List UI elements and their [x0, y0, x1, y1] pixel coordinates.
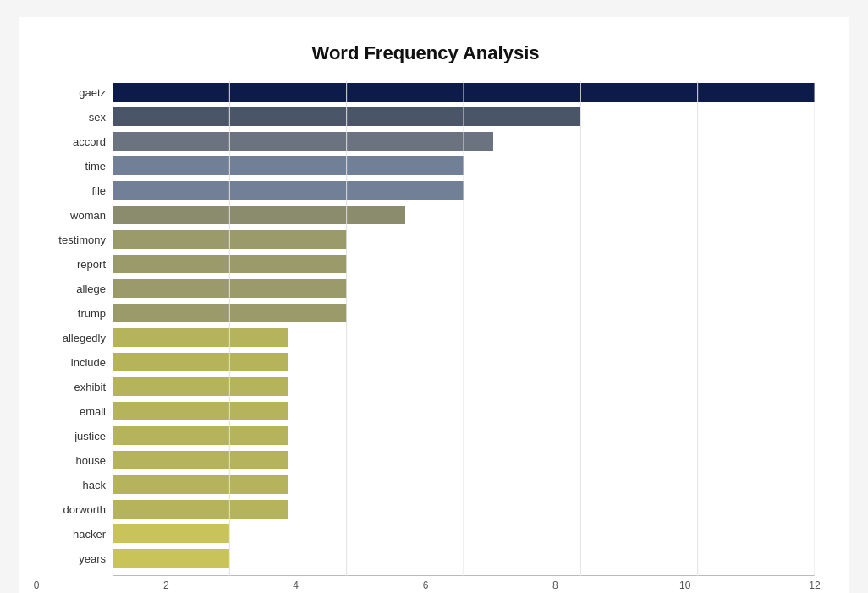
bar-row: report	[36, 253, 815, 275]
bar-label: years	[36, 552, 113, 565]
bar-fill	[113, 451, 288, 469]
bar-track	[113, 402, 815, 420]
bar-track	[113, 83, 815, 102]
x-ticks: 024681012	[36, 579, 815, 593]
bar-row: house	[36, 449, 815, 471]
bar-fill	[113, 549, 229, 568]
bar-track	[113, 549, 815, 568]
x-tick: 12	[809, 579, 820, 591]
bar-track	[113, 353, 815, 371]
bar-row: include	[36, 351, 815, 373]
bar-label: dorworth	[36, 503, 113, 516]
bar-fill	[113, 475, 288, 494]
bar-fill	[113, 377, 288, 396]
bar-label: sex	[36, 111, 113, 124]
bar-fill	[113, 353, 288, 371]
bar-label: trump	[36, 307, 113, 320]
chart-title: Word Frequency Analysis	[36, 42, 815, 64]
bar-track	[113, 426, 815, 445]
bar-label: hacker	[36, 528, 113, 541]
bar-row: allege	[36, 277, 815, 299]
x-tick: 4	[293, 579, 299, 591]
bar-row: sex	[36, 106, 815, 128]
x-tick: 8	[552, 579, 558, 591]
bar-row: exhibit	[36, 376, 815, 398]
bar-fill	[113, 328, 288, 347]
bar-fill	[113, 500, 288, 519]
bar-fill	[113, 132, 493, 151]
bar-track	[113, 206, 815, 224]
bar-row: accord	[36, 130, 815, 152]
bar-track	[113, 475, 815, 494]
bar-row: justice	[36, 425, 815, 447]
bar-label: report	[36, 258, 113, 271]
chart-area: gaetzsexaccordtimefilewomantestimonyrepo…	[36, 81, 815, 576]
bar-row: trump	[36, 302, 815, 324]
bar-label: file	[36, 184, 113, 197]
bar-track	[113, 230, 815, 249]
bar-fill	[113, 230, 347, 249]
bar-row: dorworth	[36, 498, 815, 520]
bar-fill	[113, 402, 288, 420]
bar-row: gaetz	[36, 81, 815, 103]
bar-fill	[113, 426, 288, 445]
bar-fill	[113, 304, 347, 322]
bar-label: email	[36, 405, 113, 418]
bar-label: house	[36, 454, 113, 467]
bar-label: justice	[36, 430, 113, 442]
bar-row: woman	[36, 204, 815, 226]
bar-fill	[113, 524, 229, 543]
bar-label: time	[36, 160, 113, 173]
bar-track	[113, 255, 815, 273]
bar-label: allegedly	[36, 332, 113, 344]
bar-fill	[113, 107, 580, 126]
bar-fill	[113, 156, 464, 175]
bar-fill	[113, 83, 815, 102]
bar-track	[113, 524, 815, 543]
bar-row: allegedly	[36, 327, 815, 349]
bar-track	[113, 181, 815, 200]
bar-row: hack	[36, 474, 815, 496]
bar-label: include	[36, 356, 113, 369]
bar-label: exhibit	[36, 381, 113, 393]
bar-track	[113, 304, 815, 322]
bar-fill	[113, 279, 347, 298]
bar-track	[113, 132, 815, 151]
bar-row: time	[36, 155, 815, 177]
x-tick: 10	[679, 579, 690, 591]
x-tick: 6	[423, 579, 429, 591]
bar-track	[113, 279, 815, 298]
x-tick: 0	[34, 579, 40, 591]
bar-label: allege	[36, 283, 113, 295]
bar-fill	[113, 255, 347, 273]
bar-label: accord	[36, 135, 113, 148]
bar-track	[113, 377, 815, 396]
x-tick: 2	[163, 579, 169, 591]
bar-row: email	[36, 400, 815, 422]
bar-track	[113, 107, 815, 126]
bar-label: testimony	[36, 233, 113, 246]
bar-fill	[113, 206, 405, 224]
bar-track	[113, 156, 815, 175]
bar-row: file	[36, 179, 815, 201]
bar-row: testimony	[36, 228, 815, 250]
bar-row: hacker	[36, 523, 815, 545]
bar-label: woman	[36, 209, 113, 222]
chart-container: Word Frequency Analysis gaetzsexaccordti…	[19, 17, 849, 593]
bar-fill	[113, 181, 464, 200]
bar-label: hack	[36, 479, 113, 491]
bar-track	[113, 500, 815, 519]
bar-label: gaetz	[36, 86, 113, 99]
bar-track	[113, 451, 815, 469]
bar-track	[113, 328, 815, 347]
bar-row: years	[36, 547, 815, 569]
